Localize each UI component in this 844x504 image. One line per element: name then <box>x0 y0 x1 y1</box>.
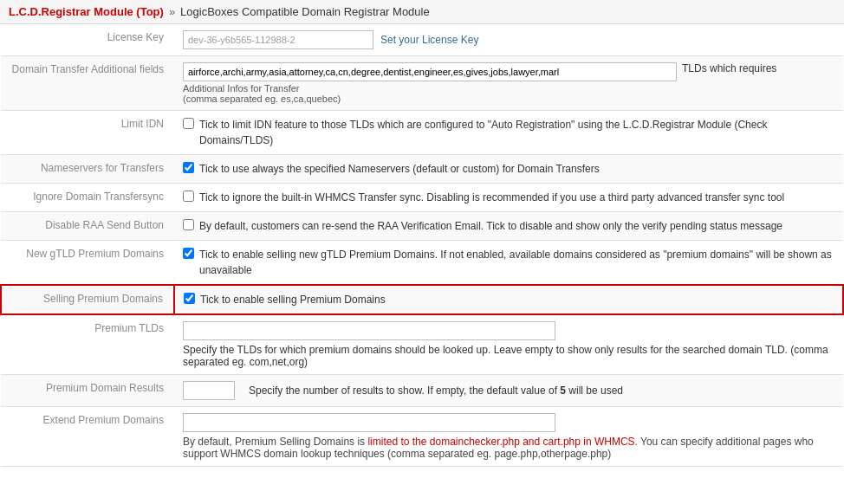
row-premium-tlds: Premium TLDsSpecify the TLDs for which p… <box>1 314 843 375</box>
settings-table: License KeySet your License KeyDomain Tr… <box>0 24 844 467</box>
value-nameservers: Tick to use always the specified Nameser… <box>174 155 843 184</box>
license-key-input[interactable] <box>183 30 373 49</box>
checkbox-selling-premium[interactable] <box>184 293 195 304</box>
value-license-key: Set your License Key <box>174 24 843 56</box>
value-ignore-transfer: Tick to ignore the built-in WHMCS Transf… <box>174 184 843 212</box>
checkbox-ignore-transfer[interactable] <box>183 191 194 202</box>
value-extend-premium: By default, Premium Selling Domains is l… <box>174 407 843 467</box>
label-premium-tlds: Premium TLDs <box>1 314 174 375</box>
checkbox-new-gtld[interactable] <box>183 248 194 259</box>
row-limit-idn: Limit IDNTick to limit IDN feature to th… <box>1 111 843 155</box>
breadcrumb-bar: L.C.D.Registrar Module (Top) » LogicBoxe… <box>0 0 844 24</box>
tld-transfer-input[interactable] <box>183 62 677 81</box>
breadcrumb-separator: » <box>169 5 175 18</box>
row-license-key: License KeySet your License Key <box>1 24 843 56</box>
row-domain-transfer: Domain Transfer Additional fieldsTLDs wh… <box>1 56 843 111</box>
extend-premium-input[interactable] <box>183 413 555 432</box>
extend-premium-description: By default, Premium Selling Domains is l… <box>183 436 834 460</box>
value-new-gtld: Tick to enable selling new gTLD Premium … <box>174 241 843 286</box>
label-limit-idn: Limit IDN <box>1 111 174 155</box>
breadcrumb-current: LogicBoxes Compatible Domain Registrar M… <box>180 5 430 18</box>
row-selling-premium: Selling Premium DomainsTick to enable se… <box>1 285 843 314</box>
value-domain-transfer: TLDs which requiresAdditional Infos for … <box>174 56 843 111</box>
checkbox-text-disable-raa: By default, customers can re-send the RA… <box>199 218 782 234</box>
value-limit-idn: Tick to limit IDN feature to those TLDs … <box>174 111 843 155</box>
checkbox-text-limit-idn: Tick to limit IDN feature to those TLDs … <box>199 117 834 148</box>
row-extend-premium: Extend Premium DomainsBy default, Premiu… <box>1 407 843 467</box>
row-ignore-transfer: Ignore Domain TransfersyncTick to ignore… <box>1 184 843 212</box>
value-premium-results: Specify the number of results to show. I… <box>174 375 843 407</box>
checkbox-text-new-gtld: Tick to enable selling new gTLD Premium … <box>199 247 834 278</box>
row-premium-results: Premium Domain ResultsSpecify the number… <box>1 375 843 407</box>
premium-tld-description: Specify the TLDs for which premium domai… <box>183 344 834 368</box>
checkbox-text-selling-premium: Tick to enable selling Premium Domains <box>200 292 386 307</box>
row-nameservers: Nameservers for TransfersTick to use alw… <box>1 155 843 184</box>
breadcrumb-link[interactable]: L.C.D.Registrar Module (Top) <box>9 5 164 18</box>
label-new-gtld: New gTLD Premium Domains <box>1 241 174 286</box>
checkbox-disable-raa[interactable] <box>183 219 194 230</box>
tld-description: Additional Infos for Transfer(comma sepa… <box>183 83 834 104</box>
premium-results-description: Specify the number of results to show. I… <box>249 384 623 397</box>
premium-tld-input[interactable] <box>183 321 555 340</box>
label-extend-premium: Extend Premium Domains <box>1 407 174 467</box>
value-selling-premium: Tick to enable selling Premium Domains <box>174 285 843 314</box>
label-license-key: License Key <box>1 24 174 56</box>
row-new-gtld: New gTLD Premium DomainsTick to enable s… <box>1 241 843 286</box>
premium-results-input[interactable] <box>183 381 235 400</box>
checkbox-text-nameservers: Tick to use always the specified Nameser… <box>199 161 600 177</box>
label-selling-premium: Selling Premium Domains <box>1 285 174 314</box>
value-disable-raa: By default, customers can re-send the RA… <box>174 212 843 241</box>
checkbox-text-ignore-transfer: Tick to ignore the built-in WHMCS Transf… <box>199 190 784 205</box>
label-nameservers: Nameservers for Transfers <box>1 155 174 184</box>
checkbox-nameservers[interactable] <box>183 162 194 173</box>
row-disable-raa: Disable RAA Send ButtonBy default, custo… <box>1 212 843 241</box>
tld-suffix-text: TLDs which requires <box>682 62 776 74</box>
set-license-link[interactable]: Set your License Key <box>380 34 478 46</box>
label-premium-results: Premium Domain Results <box>1 375 174 407</box>
value-premium-tlds: Specify the TLDs for which premium domai… <box>174 314 843 375</box>
label-ignore-transfer: Ignore Domain Transfersync <box>1 184 174 212</box>
checkbox-limit-idn[interactable] <box>183 118 194 129</box>
label-disable-raa: Disable RAA Send Button <box>1 212 174 241</box>
label-domain-transfer: Domain Transfer Additional fields <box>1 56 174 111</box>
